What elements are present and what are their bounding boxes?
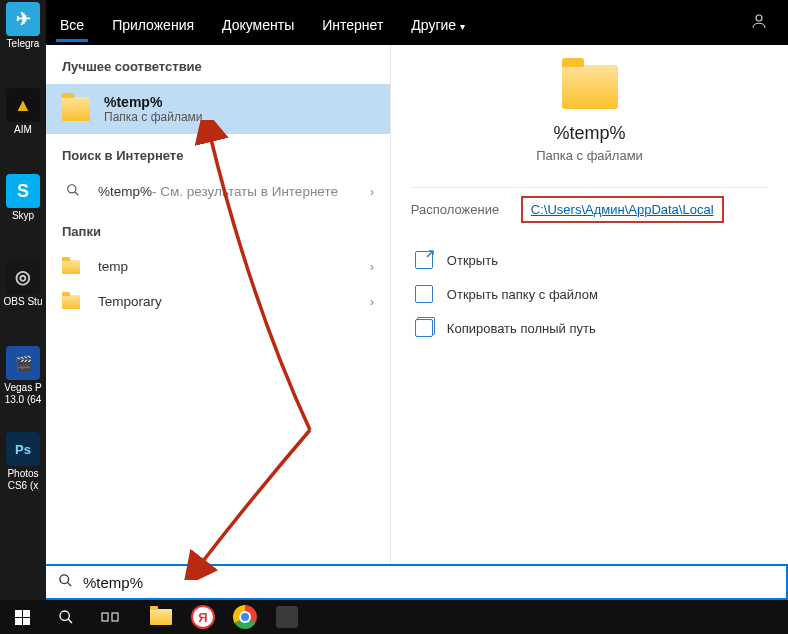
best-match-subtitle: Папка с файлами [104, 110, 203, 124]
results-detail-pane: %temp% Папка с файлами Расположение C:\U… [390, 45, 788, 564]
desktop-icon-telegram[interactable]: ✈Telegra [0, 0, 46, 60]
taskbar-app-chrome[interactable] [224, 600, 266, 634]
chrome-icon [233, 605, 257, 629]
user-icon[interactable] [750, 12, 768, 34]
folder-icon [150, 609, 172, 625]
group-web-search: Поиск в Интернете [46, 134, 390, 173]
task-view-button[interactable] [88, 600, 132, 634]
taskbar-search-button[interactable] [44, 600, 88, 634]
svg-point-0 [756, 15, 762, 21]
tab-apps[interactable]: Приложения [98, 4, 208, 42]
chevron-right-icon: › [370, 185, 374, 199]
tab-internet[interactable]: Интернет [308, 4, 397, 42]
svg-line-2 [75, 192, 79, 196]
tab-documents[interactable]: Документы [208, 4, 308, 42]
chevron-down-icon: ▾ [460, 21, 465, 32]
search-filter-bar: Все Приложения Документы Интернет Другие… [46, 0, 788, 45]
action-copy-path[interactable]: Копировать полный путь [411, 311, 768, 345]
web-search-row[interactable]: %temp% - См. результаты в Интернете › [46, 173, 390, 210]
taskbar: Я [0, 600, 788, 634]
desktop-icon-skype[interactable]: SSkyp [0, 172, 46, 232]
desktop-icon-vegas[interactable]: 🎬Vegas P 13.0 (64 [0, 344, 46, 416]
taskbar-app-generic[interactable] [266, 600, 308, 634]
start-button[interactable] [0, 600, 44, 634]
folder-row[interactable]: temp › [46, 249, 390, 284]
svg-line-6 [68, 619, 72, 623]
location-link[interactable]: C:\Users\Админ\AppData\Local [521, 196, 724, 223]
svg-point-1 [68, 185, 76, 193]
search-input[interactable] [83, 574, 743, 591]
folder-icon [562, 65, 618, 109]
tab-all[interactable]: Все [46, 4, 98, 42]
search-results: Лучшее соответствие %temp% Папка с файла… [46, 45, 788, 564]
desktop: ✈Telegra ▲AIM SSkyp ◎OBS Stu 🎬Vegas P 13… [0, 0, 46, 600]
tab-other[interactable]: Другие▾ [397, 4, 479, 42]
yandex-icon: Я [191, 605, 215, 629]
app-icon [276, 606, 298, 628]
svg-line-4 [67, 582, 71, 586]
copy-icon [415, 319, 433, 337]
svg-rect-7 [102, 613, 108, 621]
windows-logo-icon [15, 610, 30, 625]
chevron-right-icon: › [370, 260, 374, 274]
location-label: Расположение [411, 202, 521, 223]
taskbar-app-explorer[interactable] [140, 600, 182, 634]
svg-point-3 [60, 575, 69, 584]
folder-icon [62, 260, 80, 274]
taskbar-app-yandex[interactable]: Я [182, 600, 224, 634]
folder-icon [62, 97, 90, 121]
results-left-column: Лучшее соответствие %temp% Папка с файла… [46, 45, 390, 564]
search-icon [58, 573, 73, 591]
action-open-location[interactable]: Открыть папку с файлом [411, 277, 768, 311]
folder-icon [62, 295, 80, 309]
group-folders: Папки [46, 210, 390, 249]
best-match-title: %temp% [104, 94, 203, 110]
folder-row[interactable]: Temporary › [46, 284, 390, 319]
desktop-icon-aimp[interactable]: ▲AIM [0, 86, 46, 146]
svg-rect-8 [112, 613, 118, 621]
group-best-match: Лучшее соответствие [46, 45, 390, 84]
desktop-icon-obs[interactable]: ◎OBS Stu [0, 258, 46, 318]
search-bar [46, 564, 788, 600]
detail-title: %temp% [553, 123, 625, 144]
location-row: Расположение C:\Users\Админ\AppData\Loca… [411, 202, 768, 223]
folder-open-icon [415, 285, 433, 303]
open-icon [415, 251, 433, 269]
svg-point-5 [60, 611, 69, 620]
divider [411, 187, 768, 188]
best-match-item[interactable]: %temp% Папка с файлами [46, 84, 390, 134]
chevron-right-icon: › [370, 295, 374, 309]
desktop-icon-photoshop[interactable]: PsPhotos CS6 (x [0, 430, 46, 502]
search-icon [62, 183, 84, 200]
action-open[interactable]: Открыть [411, 243, 768, 277]
detail-subtitle: Папка с файлами [536, 148, 643, 163]
